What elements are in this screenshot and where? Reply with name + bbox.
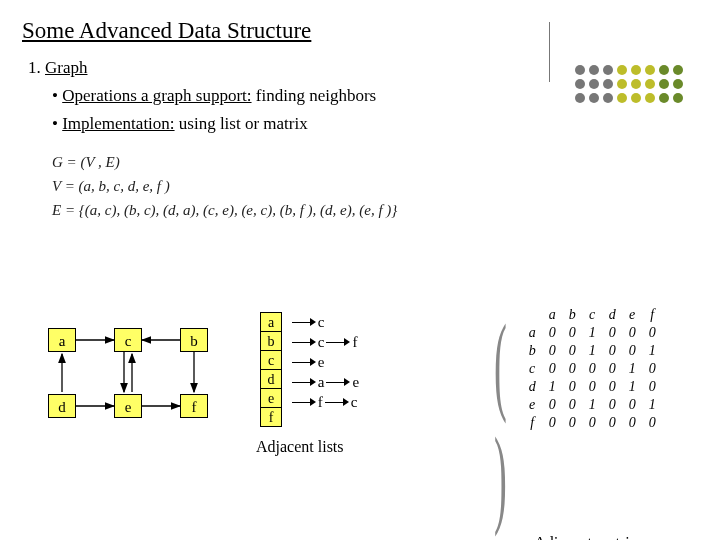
svg-point-5 — [645, 65, 655, 75]
adjmat-cell: 0 — [582, 378, 602, 396]
adjmat-cell: 0 — [562, 324, 582, 342]
adjmat-cell: 0 — [622, 342, 642, 360]
adjlist-row: ae — [290, 372, 359, 392]
adjmat-cell: 0 — [542, 414, 562, 432]
adjlist-head: c — [260, 350, 282, 370]
adjmat-cell: 0 — [562, 378, 582, 396]
adjmat-cell: 1 — [622, 360, 642, 378]
adjlist-caption: Adjacent lists — [256, 438, 359, 456]
adjmat-cell: 1 — [582, 324, 602, 342]
arrow-icon — [323, 392, 351, 412]
paren-left-icon: ( — [494, 313, 507, 413]
svg-point-15 — [673, 79, 683, 89]
adjlist-val: c — [351, 394, 358, 410]
arrow-icon — [290, 312, 318, 332]
svg-point-13 — [645, 79, 655, 89]
adjmat-cell: 0 — [562, 360, 582, 378]
adjmat-cell: 0 — [542, 360, 562, 378]
adjmat-col: c — [582, 306, 602, 324]
adjmat-cell: 1 — [622, 378, 642, 396]
adjlist-val: c — [318, 334, 325, 350]
adjmat-cell: 0 — [542, 324, 562, 342]
adjmat-col: b — [562, 306, 582, 324]
svg-point-16 — [575, 93, 585, 103]
svg-point-20 — [631, 93, 641, 103]
graph-node-f: f — [180, 394, 208, 418]
svg-point-10 — [603, 79, 613, 89]
math-line-3: E = {(a, c), (b, c), (d, a), (c, e), (e,… — [52, 198, 698, 222]
adjacency-matrix: ( a b c d e f a001000 b001001 c000010 d1… — [482, 306, 690, 540]
adjmat-col: e — [622, 306, 642, 324]
adjmat-cell: 0 — [582, 414, 602, 432]
svg-point-4 — [631, 65, 641, 75]
bullet-implementation: • Implementation: using list or matrix — [52, 114, 698, 134]
adjlist-head: f — [260, 407, 282, 427]
svg-point-6 — [659, 65, 669, 75]
math-line-2: V = (a, b, c, d, e, f ) — [52, 174, 698, 198]
arrow-icon — [290, 352, 318, 372]
adjacency-lists: a b c d e f c cf e ae fc Adjacent lists — [260, 312, 359, 456]
arrow-icon — [324, 332, 352, 352]
adjmat-rowh: d — [522, 378, 542, 396]
adjmat-cell: 0 — [542, 342, 562, 360]
graph-node-e: e — [114, 394, 142, 418]
math-block: G = (V , E) V = (a, b, c, d, e, f ) E = … — [52, 150, 698, 222]
adjmat-cell: 0 — [602, 324, 622, 342]
adjlist-val: a — [318, 374, 325, 390]
svg-point-14 — [659, 79, 669, 89]
adjmat-cell: 0 — [642, 324, 662, 342]
adjlist-row — [290, 412, 359, 432]
svg-point-17 — [589, 93, 599, 103]
svg-point-1 — [589, 65, 599, 75]
svg-point-23 — [673, 93, 683, 103]
adjmat-cell: 1 — [582, 396, 602, 414]
adjmat-rowh: a — [522, 324, 542, 342]
svg-point-12 — [631, 79, 641, 89]
adjlist-val: e — [352, 374, 359, 390]
graph-node-b: b — [180, 328, 208, 352]
adjmat-cell: 0 — [602, 378, 622, 396]
arrow-icon — [324, 372, 352, 392]
adjmat-rowh: e — [522, 396, 542, 414]
svg-point-21 — [645, 93, 655, 103]
decor-dots — [572, 62, 692, 106]
svg-point-11 — [617, 79, 627, 89]
adjmat-cell: 0 — [622, 396, 642, 414]
adjmat-cell: 0 — [602, 360, 622, 378]
adjlist-heads-col: a b c d e f — [260, 312, 282, 426]
svg-point-9 — [589, 79, 599, 89]
bullet-implementation-text: using list or matrix — [175, 114, 308, 133]
section-number: 1. — [28, 58, 41, 77]
adjmat-cell: 0 — [542, 396, 562, 414]
adjlist-val: c — [318, 314, 325, 330]
adjmat-rowh: c — [522, 360, 542, 378]
adjmat-cell: 0 — [602, 396, 622, 414]
adjmat-cell: 0 — [622, 414, 642, 432]
bullet-operations-text: finding neighbors — [252, 86, 377, 105]
adjmat-cell: 1 — [642, 396, 662, 414]
arrow-icon — [290, 392, 318, 412]
adjmat-cell: 0 — [642, 378, 662, 396]
adjlist-val: e — [318, 354, 325, 370]
arrow-icon — [290, 332, 318, 352]
adjmat-cell: 0 — [562, 396, 582, 414]
adjmat-cell: 1 — [642, 342, 662, 360]
svg-point-22 — [659, 93, 669, 103]
adjlist-row: fc — [290, 392, 359, 412]
adjlist-head: b — [260, 331, 282, 351]
decor-separator — [549, 22, 550, 82]
adjmat-caption: Adjacent matrix — [482, 534, 690, 540]
svg-point-3 — [617, 65, 627, 75]
adjmat-cell: 0 — [622, 324, 642, 342]
graph-node-d: d — [48, 394, 76, 418]
adjlist-rows-col: c cf e ae fc — [290, 312, 359, 432]
adjmat-cell: 1 — [542, 378, 562, 396]
svg-point-0 — [575, 65, 585, 75]
svg-point-18 — [603, 93, 613, 103]
slide-title: Some Advanced Data Structure — [22, 18, 698, 44]
adjmat-cell: 0 — [582, 360, 602, 378]
adjmat-cell: 0 — [642, 360, 662, 378]
section-label: Graph — [45, 58, 87, 77]
adjmat-col: f — [642, 306, 662, 324]
bullet-operations-label: Operations a graph support: — [62, 86, 251, 105]
